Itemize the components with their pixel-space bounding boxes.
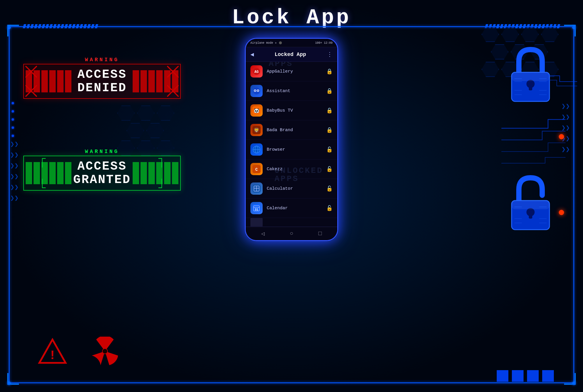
chevron-icon: ❯❯ [10,140,19,148]
svg-rect-15 [529,84,532,90]
app-icon-bada: 🦁 [250,124,263,136]
red-dot-2 [559,210,564,215]
square-4 [542,370,554,382]
chevron-icon: ❯❯ [10,183,19,191]
circuit-lines-right [501,114,566,166]
circuit-from-lock [548,70,577,87]
list-item[interactable]: Assistant 🔒 [246,81,337,101]
square-1 [497,370,508,382]
locked-padlock-icon [507,47,554,105]
green-bracket-svg [24,156,180,190]
app-name-assistant: Assistant [267,89,322,94]
app-list: AG AppGallery 🔒 LOCKEDAPPS Assistant 🔒 🐼 [246,62,337,227]
side-dot [12,126,14,129]
chevrons-left: ❯❯ ❯❯ ❯❯ ❯❯ ❯❯ ❯❯ [10,140,19,202]
squares-bottom-right [497,370,554,382]
svg-text:!: ! [49,348,56,363]
svg-point-11 [103,349,107,354]
side-dot [12,110,14,112]
chevron-icon: ❯❯ [561,102,570,110]
svg-text:AG: AG [254,70,259,74]
app-icon-babybus: 🐼 [250,104,263,117]
nav-recents-button[interactable]: □ [318,230,322,237]
list-item[interactable]: 🐼 BabyBus TV 🔒 [246,101,337,120]
unlocked-padlock-section [507,175,554,235]
phone-mockup: Airplane mode ✈ 100+ 12:09 ◀ Locked App … [245,38,338,241]
locked-padlock-section [507,47,554,106]
svg-text:🐼: 🐼 [254,108,259,114]
list-item[interactable]: 🦁 Bada Brand 🔒 [246,120,337,140]
nav-back-button[interactable]: ◁ [261,230,265,237]
side-dot [12,102,14,104]
app-name-calculator: Calculator [267,186,322,191]
app-name-bada: Bada Brand [267,128,322,133]
svg-rect-16 [512,72,549,81]
app-icon-calculator [250,182,263,195]
tick-marks-left [23,24,98,28]
warning-label-granted: WARNING [23,149,181,154]
access-denied-banner: ACCESS DENIED [23,64,181,99]
phone-screen-title: Locked App [275,52,306,57]
watermark-locked: LOCKEDAPPS [257,62,317,69]
app-icon-calendar: 31 [250,202,263,214]
app-name-cakezz: Cakezz [267,167,322,172]
app-name-babybus: BabyBus TV [267,108,322,113]
app-name-appgallery: AppGallery [267,69,322,74]
app-icon-cakezz: C [250,163,263,175]
list-item[interactable]: AG AppGallery 🔒 LOCKEDAPPS [246,62,337,81]
svg-rect-29 [512,201,549,209]
chevron-icon: ❯❯ [10,161,19,170]
app-name-browser: Browser [267,147,322,152]
x-corner-bl [25,85,37,97]
side-dot [12,118,14,121]
app-icon-partial [250,218,263,227]
camera-dot [279,41,282,44]
radiation-icon [90,337,120,366]
warning-label-denied: WARNING [23,57,181,63]
lock-icon-bada[interactable]: 🔒 [326,127,333,133]
list-item[interactable]: C Cakezz 🔓 UNLOCKEDAPPS [246,159,337,179]
app-icon-browser [250,143,263,156]
x-corner-tr [167,66,179,78]
chevron-icon: ❯❯ [10,194,19,202]
x-corner-br [167,85,179,97]
nav-home-button[interactable]: ○ [290,230,293,237]
side-dot [12,135,14,137]
svg-text:C: C [255,167,258,172]
menu-button[interactable]: ⋮ [327,51,333,58]
app-icon-appgallery: AG [250,65,263,78]
svg-point-42 [257,90,259,91]
list-item[interactable]: Calculator 🔓 [246,179,337,198]
airplane-mode-text: Airplane mode ✈ [250,41,277,45]
access-denied-section: WARNING ACCESS DENIED [23,57,181,99]
list-item[interactable]: 31 Calendar 🔓 [246,198,337,218]
square-2 [512,370,524,382]
access-granted-banner: ACCESS GRANTED [23,156,181,191]
list-item[interactable] [246,218,337,227]
x-corner-tl [25,66,37,78]
square-3 [527,370,539,382]
app-name-calendar: Calendar [267,206,322,211]
chevron-icon: ❯❯ [10,151,19,159]
warning-icons: ! [38,337,120,366]
page-title: Lock App [232,6,351,30]
lock-icon-browser[interactable]: 🔓 [326,146,333,153]
lock-icon-cakezz[interactable]: 🔓 [326,166,333,172]
lock-icon-calendar[interactable]: 🔓 [326,205,333,211]
statusbar-right: 100+ 12:09 [315,41,333,45]
side-dots-left [12,102,14,137]
lock-icon-assistant[interactable]: 🔒 [326,88,333,94]
back-button[interactable]: ◀ [250,51,254,58]
lock-icon-appgallery[interactable]: 🔒 [326,68,333,75]
phone-body: Airplane mode ✈ 100+ 12:09 ◀ Locked App … [245,38,338,241]
chevron-icon: ❯❯ [10,172,19,181]
access-granted-section: WARNING ACCESS GRANTED [23,149,181,191]
app-icon-assistant [250,85,263,97]
lock-icon-babybus[interactable]: 🔒 [326,107,333,114]
phone-header: ◀ Locked App ⋮ [246,47,337,62]
phone-navbar: ◁ ○ □ [246,227,337,240]
lock-icon-calculator[interactable]: 🔓 [326,185,333,192]
warning-triangle-icon: ! [38,338,67,364]
phone-statusbar: Airplane mode ✈ 100+ 12:09 [246,39,337,47]
list-item[interactable]: Browser 🔓 [246,140,337,159]
